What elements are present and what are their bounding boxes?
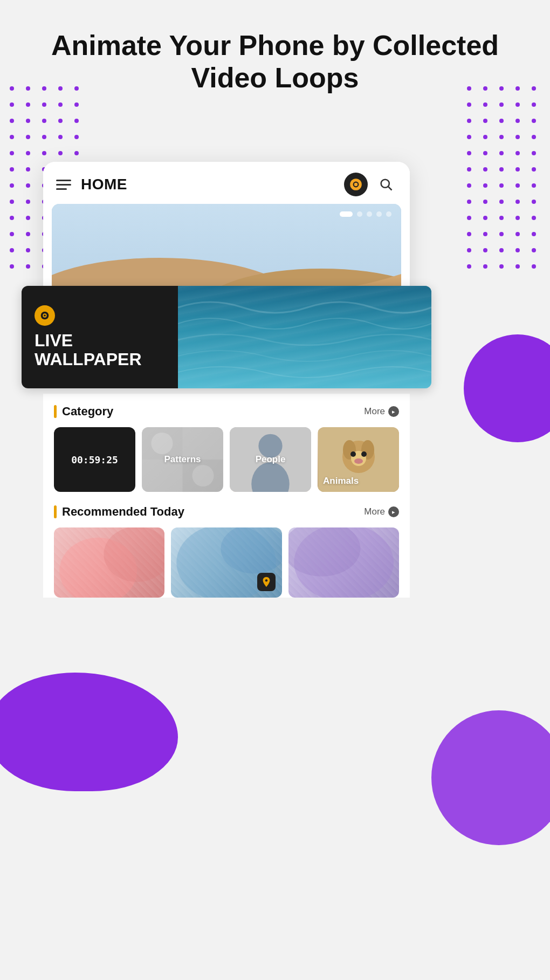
carousel-dot-2	[357, 211, 362, 217]
category-item-clock[interactable]: 00:59:25	[54, 427, 135, 492]
live-wallpaper-title: LIVE WALLPAPER	[35, 331, 165, 369]
carousel-dots	[340, 211, 391, 217]
more-circle-icon	[388, 406, 399, 417]
svg-rect-11	[178, 286, 431, 388]
svg-point-10	[44, 314, 46, 317]
recommended-accent-bar	[54, 505, 57, 518]
recommended-item-1[interactable]	[54, 527, 164, 598]
recommended-item-2[interactable]	[171, 527, 281, 598]
app-lower-content: Category More 00:59:25 Patterns	[43, 394, 410, 598]
premium-icon-button[interactable]	[344, 173, 368, 196]
live-badge-icon	[35, 305, 55, 326]
svg-point-15	[152, 433, 173, 454]
carousel-dot-3	[367, 211, 372, 217]
category-item-people[interactable]: People	[230, 427, 311, 492]
recommended-section: Recommended Today More	[54, 505, 399, 598]
recommended-grid	[54, 527, 399, 598]
animals-label: Animals	[323, 476, 359, 486]
live-wallpaper-card[interactable]: LIVE WALLPAPER	[22, 286, 431, 388]
svg-line-4	[388, 187, 391, 190]
recommended-item-3[interactable]	[288, 527, 399, 598]
rec-badge-icon	[257, 573, 276, 591]
category-item-animals[interactable]: Animals	[318, 427, 399, 492]
svg-point-26	[361, 451, 367, 457]
recommended-title: Recommended Today	[54, 505, 184, 519]
svg-point-2	[354, 183, 358, 187]
category-section-header: Category More	[54, 405, 399, 419]
main-heading: Animate Your Phone by Collected Video Lo…	[0, 30, 550, 94]
dot-grid-right	[467, 86, 540, 273]
app-header: HOME	[43, 162, 410, 204]
search-button[interactable]	[375, 174, 397, 195]
live-wallpaper-left: LIVE WALLPAPER	[22, 286, 178, 388]
app-title: HOME	[81, 176, 344, 193]
people-label: People	[256, 454, 286, 465]
clock-time: 00:59:25	[71, 454, 118, 465]
recommended-section-header: Recommended Today More	[54, 505, 399, 519]
svg-point-16	[192, 465, 214, 486]
category-title: Category	[54, 405, 113, 419]
category-grid: 00:59:25 Patterns People	[54, 427, 399, 492]
svg-point-27	[354, 458, 363, 464]
category-more-button[interactable]: More	[364, 406, 399, 417]
carousel-dot-1	[340, 211, 353, 217]
category-accent-bar	[54, 405, 57, 418]
carousel-dot-5	[386, 211, 391, 217]
patterns-label: Patterns	[164, 454, 201, 465]
category-item-patterns[interactable]: Patterns	[142, 427, 223, 492]
live-wallpaper-ocean-image	[178, 286, 431, 388]
recommended-more-circle-icon	[388, 506, 399, 517]
svg-point-25	[350, 451, 356, 457]
svg-point-3	[381, 180, 389, 188]
carousel-dot-4	[376, 211, 382, 217]
recommended-more-button[interactable]: More	[364, 506, 399, 517]
hamburger-menu-button[interactable]	[56, 180, 71, 190]
